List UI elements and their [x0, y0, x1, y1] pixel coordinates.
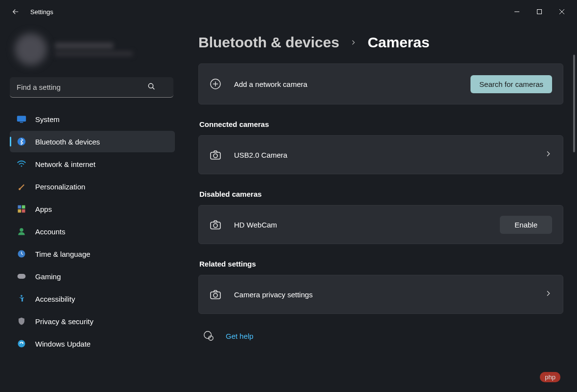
- avatar: [15, 33, 47, 65]
- globe-clock-icon: [17, 249, 26, 259]
- svg-point-18: [18, 340, 25, 348]
- scrollbar[interactable]: [573, 55, 575, 152]
- chevron-right-icon: [350, 36, 357, 49]
- sidebar-item-personalization[interactable]: Personalization: [10, 176, 175, 197]
- svg-rect-11: [22, 206, 25, 209]
- svg-point-27: [214, 293, 217, 297]
- svg-rect-1: [537, 10, 542, 14]
- get-help-link[interactable]: Get help: [226, 332, 254, 340]
- camera-icon: [210, 289, 221, 300]
- back-arrow-icon[interactable]: [11, 7, 21, 17]
- svg-point-4: [149, 83, 153, 88]
- svg-rect-26: [211, 292, 220, 299]
- camera-icon: [210, 219, 221, 230]
- sidebar-item-privacy[interactable]: Privacy & security: [10, 310, 175, 332]
- sidebar-item-accessibility[interactable]: Accessibility: [10, 288, 175, 309]
- chevron-right-icon: [544, 150, 552, 160]
- svg-rect-7: [20, 122, 23, 123]
- camera-name: USB2.0 Camera: [234, 151, 544, 159]
- sidebar-item-label: Network & internet: [35, 160, 95, 168]
- sidebar-item-gaming[interactable]: Gaming: [10, 266, 175, 287]
- svg-point-9: [21, 165, 22, 167]
- disabled-cameras-heading: Disabled cameras: [199, 190, 563, 198]
- sidebar-item-label: Privacy & security: [35, 317, 93, 326]
- svg-point-28: [204, 331, 212, 339]
- svg-rect-12: [18, 209, 21, 213]
- apps-icon: [17, 204, 26, 214]
- related-label: Camera privacy settings: [234, 290, 544, 299]
- update-icon: [17, 339, 26, 349]
- svg-rect-16: [18, 274, 26, 279]
- related-settings-heading: Related settings: [199, 260, 563, 268]
- monitor-icon: [17, 114, 26, 124]
- app-title: Settings: [30, 8, 53, 16]
- sidebar-item-label: Personalization: [35, 183, 85, 191]
- add-camera-label: Add a network camera: [234, 80, 470, 88]
- search-row: [10, 77, 175, 98]
- add-camera-row[interactable]: Add a network camera Search for cameras: [198, 63, 563, 104]
- profile-email: [55, 51, 133, 56]
- connected-camera-row[interactable]: USB2.0 Camera: [198, 135, 563, 174]
- sidebar-item-network[interactable]: Network & internet: [10, 153, 175, 175]
- breadcrumb: Bluetooth & devices Cameras: [198, 34, 563, 51]
- disabled-camera-row[interactable]: HD WebCam Enable: [198, 205, 563, 244]
- minimize-button[interactable]: [506, 4, 528, 20]
- bluetooth-icon: [17, 137, 26, 146]
- maximize-button[interactable]: [528, 4, 551, 20]
- sidebar-item-label: Windows Update: [35, 340, 90, 348]
- camera-name: HD WebCam: [234, 221, 500, 229]
- sidebar-item-update[interactable]: Windows Update: [10, 333, 175, 354]
- breadcrumb-current: Cameras: [367, 34, 429, 51]
- svg-rect-22: [211, 152, 220, 159]
- search-icon: [148, 83, 155, 92]
- sidebar-item-label: Accounts: [35, 227, 65, 236]
- svg-point-14: [20, 228, 23, 232]
- svg-rect-13: [22, 209, 25, 213]
- close-button[interactable]: [551, 4, 573, 20]
- sidebar: System Bluetooth & devices Network & int…: [0, 23, 181, 392]
- sidebar-item-label: System: [35, 115, 60, 124]
- wifi-icon: [17, 159, 26, 169]
- sidebar-item-time[interactable]: Time & language: [10, 243, 175, 265]
- sidebar-item-label: Gaming: [35, 272, 61, 281]
- search-cameras-button[interactable]: Search for cameras: [470, 75, 552, 93]
- profile-block[interactable]: [10, 29, 175, 76]
- watermark: php: [540, 372, 560, 382]
- camera-privacy-row[interactable]: Camera privacy settings: [198, 275, 563, 314]
- svg-point-23: [214, 154, 217, 158]
- sidebar-item-label: Apps: [35, 205, 52, 213]
- breadcrumb-parent[interactable]: Bluetooth & devices: [198, 34, 339, 51]
- chevron-right-icon: [544, 289, 552, 299]
- help-icon: [203, 330, 214, 341]
- plus-circle-icon: [210, 78, 221, 90]
- svg-point-17: [21, 295, 22, 297]
- sidebar-item-label: Bluetooth & devices: [35, 138, 100, 146]
- svg-rect-10: [18, 206, 21, 209]
- sidebar-item-accounts[interactable]: Accounts: [10, 221, 175, 242]
- svg-rect-24: [211, 222, 220, 229]
- accessibility-icon: [17, 294, 26, 304]
- camera-icon: [210, 149, 221, 161]
- svg-line-5: [152, 87, 154, 89]
- sidebar-nav: System Bluetooth & devices Network & int…: [10, 108, 175, 354]
- sidebar-item-apps[interactable]: Apps: [10, 198, 175, 220]
- profile-name: [55, 42, 113, 49]
- svg-rect-6: [17, 116, 26, 122]
- sidebar-item-label: Time & language: [35, 250, 90, 258]
- titlebar: Settings: [0, 0, 577, 23]
- shield-icon: [17, 316, 26, 326]
- paintbrush-icon: [17, 182, 26, 191]
- sidebar-item-bluetooth[interactable]: Bluetooth & devices: [10, 131, 175, 152]
- main-panel: Bluetooth & devices Cameras Add a networ…: [181, 23, 577, 392]
- gamepad-icon: [17, 271, 26, 281]
- get-help-row[interactable]: Get help: [198, 330, 563, 341]
- sidebar-item-system[interactable]: System: [10, 108, 175, 130]
- person-icon: [17, 227, 26, 236]
- connected-cameras-heading: Connected cameras: [199, 120, 563, 128]
- sidebar-item-label: Accessibility: [35, 295, 75, 303]
- enable-button[interactable]: Enable: [500, 216, 552, 234]
- svg-point-25: [214, 224, 217, 227]
